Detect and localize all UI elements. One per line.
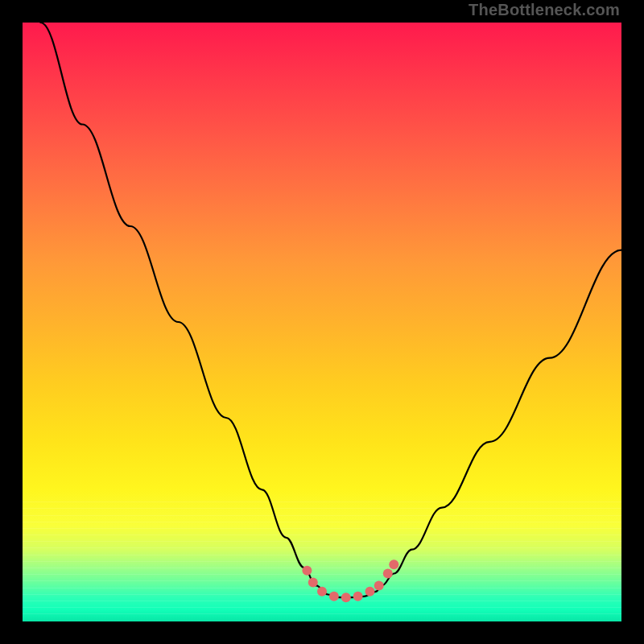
watermark-text: TheBottleneck.com <box>469 1 620 19</box>
chart-frame: TheBottleneck.com <box>0 0 644 644</box>
chart-background-gradient <box>23 23 621 621</box>
